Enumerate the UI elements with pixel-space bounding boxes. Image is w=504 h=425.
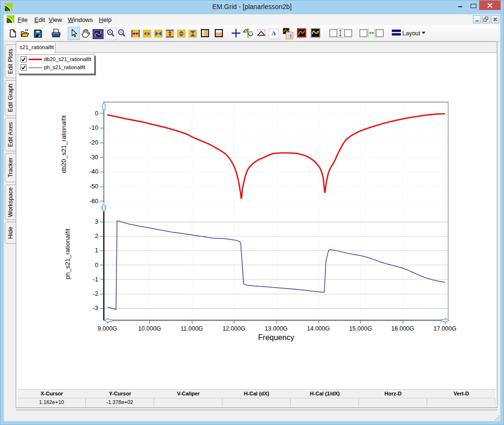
svg-text:15.000G: 15.000G	[349, 325, 372, 332]
svg-text:-1: -1	[93, 276, 98, 283]
svg-text:2: 2	[95, 232, 98, 239]
svg-text:-2: -2	[93, 290, 98, 297]
svg-text:-30: -30	[89, 154, 98, 161]
svg-text:-20: -20	[89, 139, 98, 146]
svg-text:10.000G: 10.000G	[138, 325, 161, 332]
svg-text:12.000G: 12.000G	[222, 325, 245, 332]
svg-text:17.000G: 17.000G	[433, 325, 456, 332]
svg-text:9.000G: 9.000G	[97, 325, 117, 332]
svg-text:13.000G: 13.000G	[265, 325, 288, 332]
svg-text:Frequency: Frequency	[258, 333, 294, 342]
svg-text:-40: -40	[89, 168, 98, 175]
svg-text:-10: -10	[89, 124, 98, 131]
svg-text:3: 3	[95, 218, 98, 225]
svg-text:ph_s21_rationalfit: ph_s21_rationalfit	[64, 228, 71, 280]
svg-text:11.000G: 11.000G	[180, 325, 203, 332]
svg-text:0: 0	[95, 110, 98, 117]
svg-text:-60: -60	[89, 197, 98, 205]
svg-text:1: 1	[95, 247, 98, 254]
svg-text:0: 0	[95, 261, 98, 269]
svg-text:-3: -3	[93, 304, 98, 311]
svg-text:14.000G: 14.000G	[307, 325, 330, 332]
svg-text:16.000G: 16.000G	[391, 325, 414, 332]
svg-text:db20_s21_rationalfit: db20_s21_rationalfit	[60, 115, 67, 173]
svg-text:-50: -50	[89, 183, 98, 190]
